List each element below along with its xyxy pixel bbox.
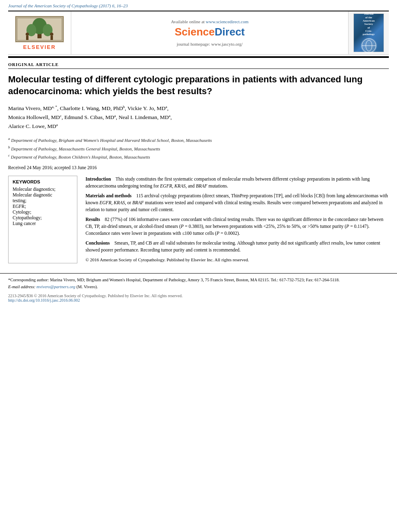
keyword-6: Cytopathology; [13, 215, 73, 220]
affiliations: a Department of Pathology, Brigham and W… [8, 136, 389, 160]
header-banner: ELSEVIER Available online at www.science… [8, 11, 389, 55]
svg-point-5 [26, 33, 29, 36]
corresponding-author: *Corresponding author: Marina Vivero, MD… [8, 277, 389, 283]
elsevier-wordmark: ELSEVIER [23, 44, 56, 50]
author-wang: Charlotte I. Wang, MD, PhDb [60, 105, 125, 111]
available-online-text: Available online at www.sciencedirect.co… [171, 19, 249, 24]
svg-rect-8 [50, 36, 53, 40]
article-title: Molecular testing of different cytologic… [8, 74, 389, 97]
author-vivero: Marina Vivero, MDa, * [8, 105, 57, 111]
svg-point-7 [50, 33, 53, 36]
email-label: E-mail address: [8, 285, 35, 289]
article-body: ORIGINAL ARTICLE Molecular testing of di… [0, 58, 397, 267]
sciencedirect-url[interactable]: www.sciencedirect.com [206, 19, 248, 24]
elsevier-logo: ELSEVIER [8, 11, 71, 54]
results-text: 82 (77%) of 106 informative cases were c… [86, 217, 384, 235]
email-line: E-mail address: mvivero@partners.org (M.… [8, 284, 389, 290]
authors: Marina Vivero, MDa, *, Charlotte I. Wang… [8, 104, 389, 130]
issn-section: 2213-2945/$36 © 2016 American Society of… [0, 291, 397, 302]
author-lindeman: Neal I. Lindeman, MDa [118, 114, 170, 120]
journal-header: Journal of the American Society of Cytop… [0, 0, 397, 56]
center-header: Available online at www.sciencedirect.co… [71, 11, 348, 54]
results-title: Results [86, 217, 100, 222]
bottom-divider [0, 273, 397, 274]
issn-text: 2213-2945/$36 © 2016 American Society of… [8, 294, 389, 298]
doi-link[interactable]: http://dx.doi.org/10.1016/j.jasc.2016.06… [8, 298, 80, 302]
email-attribution: (M. Vivero). [77, 285, 98, 289]
keyword-5: Cytology; [13, 210, 73, 214]
keyword-7: Lung cancer [13, 221, 73, 226]
author-hollowell: Monica Hollowell, MDc [8, 114, 61, 120]
journal-homepage: journal homepage: www.jascyto.org/ [177, 42, 243, 46]
methods-title: Materials and methods [86, 193, 132, 198]
copyright-line: © 2016 American Society of Cytopathology… [86, 257, 389, 263]
footnote-section: *Corresponding author: Marina Vivero, MD… [0, 277, 397, 291]
keywords-title: KEYWORDS [13, 179, 73, 184]
affil-b: b Department of Pathology, Massachusetts… [8, 145, 389, 152]
intro-text: This study constitutes the first systema… [86, 177, 370, 188]
abstract-conclusions: Conclusions Smears, TP, and CB are all v… [86, 240, 389, 253]
affil-a: a Department of Pathology, Brigham and W… [8, 136, 389, 143]
keyword-4: EGFR; [13, 204, 73, 209]
abstract-results: Results 82 (77%) of 106 informative case… [86, 216, 389, 236]
conclusions-text: Smears, TP, and CB are all valid substra… [86, 241, 380, 252]
abstract-methods: Materials and methods 115 archival cytol… [86, 192, 389, 213]
journal-title-text: Journal of the American Society of Cytop… [8, 3, 128, 8]
author-cibas: Edmund S. Cibas, MDa [64, 114, 116, 120]
affil-c: c Department of Pathology, Boston Childr… [8, 153, 389, 160]
intro-title: Introduction [86, 177, 111, 181]
email-address[interactable]: mvivero@partners.org [37, 285, 76, 289]
abstract-intro: Introduction This study constitutes the … [86, 176, 389, 189]
keywords-section: KEYWORDS Molecular diagnostics; Molecula… [8, 176, 77, 263]
elsevier-tree-image [15, 16, 64, 42]
journal-title: Journal of the American Society of Cytop… [8, 3, 389, 8]
keyword-1: Molecular diagnostics; [13, 187, 73, 192]
keyword-2: Molecular diagnostic [13, 192, 73, 197]
conclusions-title: Conclusions [86, 241, 110, 245]
sciencedirect-logo: ScienceDirect [175, 26, 245, 38]
journal-cover-box: Journalof theAmericanSocietyofCyto-patho… [353, 13, 384, 52]
keyword-3: testing; [13, 198, 73, 203]
svg-rect-6 [26, 36, 29, 40]
received-date: Received 24 May 2016; accepted 13 June 2… [8, 165, 389, 170]
content-columns: KEYWORDS Molecular diagnostics; Molecula… [8, 176, 389, 263]
author-lowe: Alarice C. Lowe, MDa [8, 123, 58, 129]
journal-cover: Journalof theAmericanSocietyofCyto-patho… [348, 11, 389, 54]
article-type: ORIGINAL ARTICLE [8, 62, 389, 69]
abstract-section: Introduction This study constitutes the … [86, 176, 389, 263]
author-jo: Vickie Y. Jo, MDa [127, 105, 167, 111]
